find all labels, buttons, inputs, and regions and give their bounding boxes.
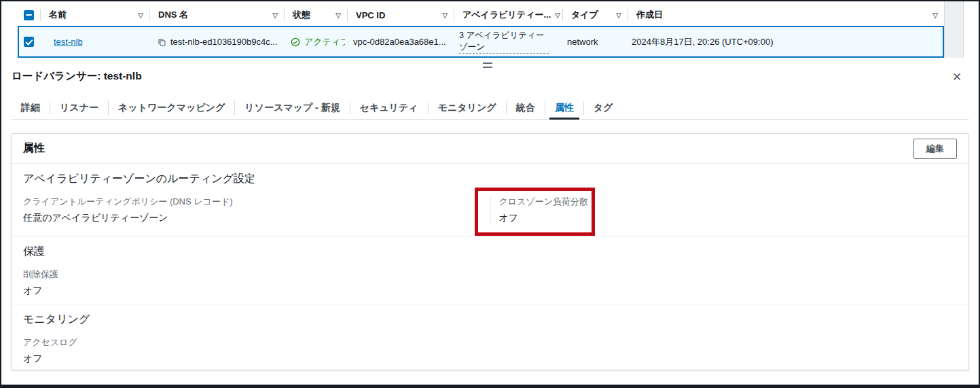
row-state-cell: アクティブ...: [283, 36, 345, 48]
card-title: 属性: [23, 141, 45, 156]
column-label: VPC ID: [356, 10, 385, 20]
status-active-icon: [291, 37, 300, 47]
row-created-cell: 2024年8月17日, 20:26 (UTC+09:00): [623, 36, 943, 48]
table-vertical-scrollbar[interactable]: [944, 1, 964, 58]
column-label: 作成日: [636, 9, 663, 21]
filter-icon[interactable]: ▽: [272, 12, 278, 19]
column-header-vpc-id[interactable]: VPC ID ▽: [348, 3, 454, 27]
attributes-card-header: 属性 編集: [12, 134, 968, 164]
type-value: network: [567, 37, 598, 47]
tab-listeners[interactable]: リスナー: [50, 96, 108, 119]
field-value: オフ: [23, 353, 957, 365]
tab-integrations[interactable]: 統合: [507, 96, 545, 119]
filter-icon[interactable]: ▽: [138, 12, 143, 19]
filter-icon[interactable]: ▽: [616, 12, 621, 19]
close-icon[interactable]: ✕: [949, 69, 964, 84]
column-header-type[interactable]: タイプ ▽: [563, 3, 628, 27]
filter-icon[interactable]: ▽: [555, 12, 560, 19]
select-all-cell: [18, 3, 40, 27]
column-label: 名前: [49, 9, 67, 21]
field-value: 任意のアベイラビリティーゾーン: [23, 212, 490, 224]
dns-name-value: test-nlb-ed1036190b9c4c...: [170, 37, 278, 47]
load-balancer-console-screen: 名前 ▽ DNS 名 ▽ 状態 ▽ VPC ID ▽ アベイラビリティー... …: [0, 0, 980, 388]
column-header-dns[interactable]: DNS 名 ▽: [150, 3, 284, 27]
section-heading: 保護: [23, 245, 957, 259]
row-dns-cell: test-nlb-ed1036190b9c4c...: [149, 37, 283, 47]
row-select-cell: [19, 37, 40, 47]
select-all-checkbox[interactable]: [24, 10, 34, 20]
attributes-card: 属性 編集 アベイラビリティーゾーンのルーティング設定 クライアントルーティング…: [11, 133, 969, 370]
row-az-cell: 3 アベイラビリティーゾーン: [451, 30, 559, 54]
section-monitoring: モニタリング アクセスログ オフ: [12, 304, 968, 372]
copy-icon[interactable]: [157, 37, 166, 47]
column-header-created[interactable]: 作成日 ▽: [628, 3, 944, 27]
row-checkbox[interactable]: [24, 37, 34, 47]
field-deletion-protection: 削除保護 オフ: [23, 268, 957, 297]
vpc-id-value: vpc-0d82a0ea3a68e1...: [353, 37, 446, 47]
field-label: クライアントルーティングポリシー (DNS レコード): [23, 196, 490, 208]
load-balancer-table-header: 名前 ▽ DNS 名 ▽ 状態 ▽ VPC ID ▽ アベイラビリティー... …: [18, 3, 944, 27]
column-header-state[interactable]: 状態 ▽: [285, 3, 347, 27]
row-name-cell: test-nlb: [40, 37, 149, 47]
section-heading: モニタリング: [23, 313, 957, 327]
tab-tags[interactable]: タグ: [584, 96, 623, 119]
availability-zones-value[interactable]: 3 アベイラビリティーゾーン: [459, 30, 549, 54]
tab-monitoring[interactable]: モニタリング: [429, 96, 506, 119]
panel-title: ロードバランサー: test-nlb: [12, 69, 142, 84]
field-label: アクセスログ: [23, 336, 957, 349]
field-access-logs: アクセスログ オフ: [23, 336, 957, 365]
panel-resize-handle-icon[interactable]: [483, 63, 492, 68]
section-protection: 保護 削除保護 オフ: [12, 236, 968, 304]
column-label: DNS 名: [158, 9, 188, 21]
status-badge: アクティブ...: [304, 36, 345, 48]
tab-details[interactable]: 詳細: [12, 96, 50, 119]
field-label: 削除保護: [23, 268, 957, 281]
field-label: クロスゾーン負荷分散: [499, 196, 958, 208]
row-type-cell: network: [559, 37, 623, 47]
panel-tabs: 詳細 リスナー ネットワークマッピング リソースマップ - 新規 セキュリティ …: [12, 96, 969, 120]
section-az-routing: アベイラビリティーゾーンのルーティング設定 クライアントルーティングポリシー (…: [12, 164, 968, 236]
tab-security[interactable]: セキュリティ: [350, 96, 428, 119]
filter-icon[interactable]: ▽: [932, 12, 938, 19]
column-label: タイプ: [571, 9, 598, 21]
section-heading: アベイラビリティーゾーンのルーティング設定: [23, 172, 957, 186]
created-date-value: 2024年8月17日, 20:26 (UTC+09:00): [632, 36, 773, 48]
table-row[interactable]: test-nlb test-nlb-ed1036190b9c4c... アクティ…: [18, 26, 944, 58]
load-balancer-link[interactable]: test-nlb: [54, 37, 83, 47]
key-value-grid: クライアントルーティングポリシー (DNS レコード) 任意のアベイラビリティー…: [23, 196, 957, 224]
field-cross-zone-load-balancing: クロスゾーン負荷分散 オフ: [490, 196, 958, 224]
field-value: オフ: [23, 285, 957, 297]
column-header-availability-zones[interactable]: アベイラビリティー... ▽: [454, 3, 562, 27]
filter-icon[interactable]: ▽: [335, 12, 341, 19]
filter-icon[interactable]: ▽: [442, 12, 448, 19]
tab-resource-map-new[interactable]: リソースマップ - 新規: [235, 96, 349, 119]
tab-network-mapping[interactable]: ネットワークマッピング: [109, 96, 234, 119]
edit-button[interactable]: 編集: [913, 139, 957, 159]
tab-attributes[interactable]: 属性: [545, 96, 583, 119]
column-label: 状態: [293, 9, 310, 21]
field-client-routing-policy: クライアントルーティングポリシー (DNS レコード) 任意のアベイラビリティー…: [23, 196, 490, 224]
column-label: アベイラビリティー...: [462, 9, 551, 21]
field-value: オフ: [499, 212, 958, 224]
row-vpc-cell: vpc-0d82a0ea3a68e1...: [345, 37, 451, 47]
column-header-name[interactable]: 名前 ▽: [41, 3, 149, 27]
